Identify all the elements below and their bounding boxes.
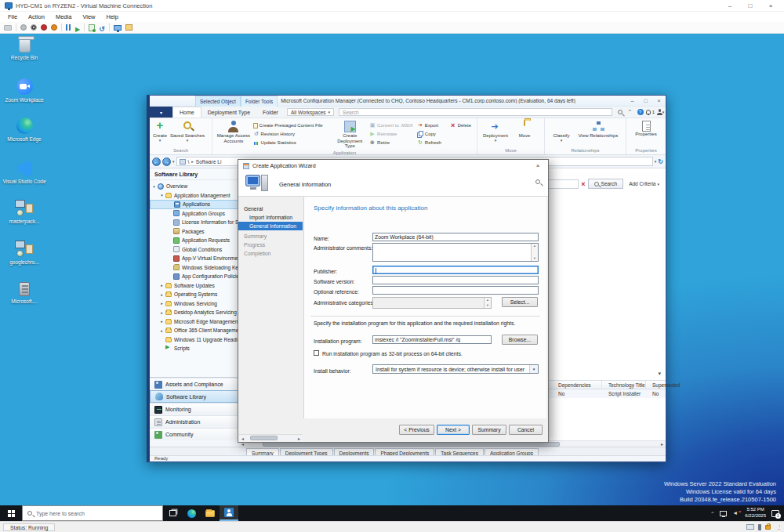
context-tab-selected-object[interactable]: Selected Object: [195, 96, 241, 107]
tree-item-desktop-analytics[interactable]: Desktop Analytics Servicing: [150, 308, 238, 317]
menu-help[interactable]: Help: [107, 13, 118, 20]
add-criteria-button[interactable]: Add Criteria: [626, 181, 662, 186]
detail-pane-collapse-icon[interactable]: [658, 371, 661, 377]
expander-icon[interactable]: [151, 184, 157, 189]
select-categories-button[interactable]: Select...: [502, 297, 538, 307]
scroll-right-icon[interactable]: ▸: [659, 441, 666, 447]
tree-item-license-information[interactable]: License Information for Store Apps: [150, 218, 238, 227]
task-view-button[interactable]: [163, 505, 182, 521]
step-general-information[interactable]: General Information: [238, 222, 303, 230]
tree-item-application-requests[interactable]: Application Requests: [150, 236, 238, 245]
export-button[interactable]: Export: [417, 121, 450, 129]
reset-icon[interactable]: [75, 20, 80, 34]
scroll-left-icon[interactable]: ◂: [239, 436, 246, 441]
turn-off-icon[interactable]: [31, 24, 37, 31]
ribbon-tab-deployment-type[interactable]: Deployment Type: [201, 107, 256, 118]
console-search-input[interactable]: Search: [339, 108, 612, 116]
ribbon-tab-folder[interactable]: Folder: [256, 107, 285, 118]
copy-button[interactable]: Copy: [417, 130, 450, 138]
vm-minimize-button[interactable]: –: [721, 2, 739, 9]
next-button[interactable]: Next >: [437, 425, 470, 435]
tree-item-overview[interactable]: Overview: [150, 182, 238, 191]
vm-close-button[interactable]: ×: [762, 2, 779, 9]
vm-maximize-button[interactable]: □: [742, 2, 759, 9]
taskbar-explorer-button[interactable]: [201, 505, 220, 521]
delete-button[interactable]: Delete: [450, 121, 475, 129]
tree-item-global-conditions[interactable]: Global Conditions: [150, 245, 238, 255]
expander-icon[interactable]: [159, 301, 165, 306]
menu-file[interactable]: File: [8, 13, 17, 20]
enhanced-session-icon[interactable]: [114, 25, 122, 31]
expander-icon[interactable]: [159, 193, 165, 197]
desktop-icon-masterpack[interactable]: masterpack...: [2, 200, 47, 225]
step-import-information[interactable]: Import Information: [238, 213, 303, 222]
refresh-button[interactable]: Refresh: [417, 139, 450, 147]
desktop-icon-vscode[interactable]: Visual Studio Code: [2, 161, 47, 185]
tree-item-sideloading-keys[interactable]: Windows Sideloading Keys: [150, 263, 238, 273]
optional-reference-input[interactable]: [372, 286, 539, 295]
workspace-assets-and-compliance[interactable]: Assets and Compliance: [150, 378, 238, 390]
start-button[interactable]: [0, 505, 22, 521]
taskbar-edge-button[interactable]: [182, 505, 201, 521]
shut-down-icon[interactable]: [41, 24, 47, 31]
tree-item-application-management[interactable]: Application Management: [150, 191, 238, 201]
revert-icon[interactable]: [99, 20, 105, 34]
tray-expand-icon[interactable]: ⌃: [710, 511, 714, 516]
clear-search-icon[interactable]: ×: [581, 180, 585, 188]
properties-button[interactable]: Properties: [629, 120, 663, 138]
volume-muted-icon[interactable]: [732, 510, 739, 516]
workspace-monitoring[interactable]: Monitoring: [150, 403, 238, 415]
summary-button[interactable]: Summary: [472, 425, 506, 435]
desktop-icon-zoom[interactable]: Zoom Workplace: [2, 78, 47, 103]
help-icon[interactable]: ?: [635, 107, 645, 118]
taskbar-configmgr-button[interactable]: [220, 505, 238, 521]
install-behavior-select[interactable]: Install for system if resource is device…: [372, 364, 539, 374]
workspace-community[interactable]: Community: [150, 428, 238, 440]
run-32bit-checkbox[interactable]: [314, 350, 319, 356]
tree-item-win11-upgrade-readiness[interactable]: Windows 11 Upgrade Readiness: [150, 335, 238, 345]
tree-item-operating-systems[interactable]: Operating Systems: [150, 290, 238, 299]
wizard-close-button[interactable]: ×: [532, 162, 543, 169]
share-icon[interactable]: [125, 24, 132, 31]
tree-item-appv-environments[interactable]: App-V Virtual Environments: [150, 254, 238, 263]
browse-button[interactable]: Browse...: [502, 335, 538, 345]
create-button[interactable]: Create: [151, 120, 169, 143]
tree-item-office-365[interactable]: Office 365 Client Management: [150, 326, 238, 335]
previous-button[interactable]: < Previous: [399, 425, 434, 435]
saved-searches-button[interactable]: Saved Searches: [169, 120, 206, 143]
expander-icon[interactable]: [159, 310, 165, 315]
publisher-input[interactable]: [372, 266, 539, 274]
tree-item-packages[interactable]: Packages: [150, 227, 238, 237]
expander-icon[interactable]: [159, 292, 165, 297]
start-vm-icon[interactable]: [20, 24, 27, 31]
app-menu-button[interactable]: [150, 107, 172, 118]
action-center-icon[interactable]: 1: [771, 510, 779, 517]
step-general[interactable]: General: [238, 204, 303, 213]
update-statistics-button[interactable]: Update Statistics: [253, 139, 331, 147]
forward-button[interactable]: [162, 157, 171, 166]
desktop-icon-googlechrome[interactable]: googlechro...: [2, 241, 47, 266]
back-button[interactable]: [152, 157, 161, 166]
create-deployment-type-button[interactable]: Create Deployment Type: [330, 120, 369, 150]
create-prestaged-button[interactable]: Create Prestaged Content File: [253, 121, 331, 129]
tree-item-app-configuration-policies[interactable]: App Configuration Policies: [150, 272, 238, 281]
checkpoint-icon[interactable]: [89, 24, 95, 31]
classify-button[interactable]: Classify: [546, 120, 576, 143]
tree-item-scripts[interactable]: Scripts: [150, 344, 238, 353]
view-relationships-button[interactable]: View Relationships: [576, 120, 620, 139]
taskbar-search[interactable]: Type here to search: [22, 505, 163, 521]
console-close-button[interactable]: ×: [652, 98, 666, 103]
notifications-bell-icon[interactable]: 1: [645, 107, 655, 118]
taskbar-clock[interactable]: 5:52 PM6/22/2025: [745, 507, 766, 519]
pause-icon[interactable]: [66, 24, 71, 31]
manage-access-accounts-button[interactable]: Manage Access Accounts: [214, 120, 253, 144]
expander-icon[interactable]: [159, 283, 165, 288]
desktop-icon-microsoft[interactable]: Microsoft....: [2, 282, 47, 305]
resize-grip[interactable]: [775, 524, 781, 530]
desktop-icon-recycle-bin[interactable]: Recycle Bin: [2, 38, 47, 61]
cancel-button[interactable]: Cancel: [509, 425, 543, 435]
user-menu-icon[interactable]: [655, 107, 666, 118]
context-tab-folder-tools[interactable]: Folder Tools: [241, 96, 278, 107]
tree-item-windows-servicing[interactable]: Windows Servicing: [150, 299, 238, 309]
revision-history-button[interactable]: Revision History: [253, 130, 331, 138]
